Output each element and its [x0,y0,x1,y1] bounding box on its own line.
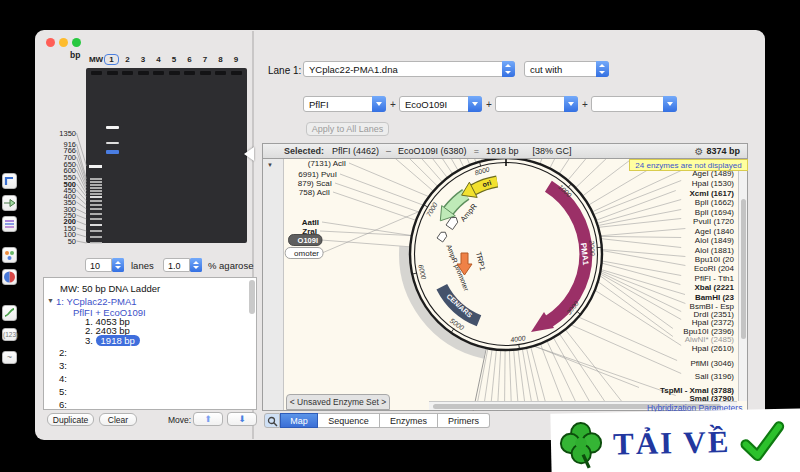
collapse-left-arrow-icon[interactable] [244,147,254,161]
stepper-up-icon[interactable] [115,261,121,264]
minimize-window-button[interactable] [59,38,68,47]
enzyme-site-label[interactable]: HpaI (2610) [692,344,735,353]
enzyme-site-label[interactable]: 6991) PvuI [298,170,337,179]
show-enzymes-button[interactable] [2,216,17,232]
lane1-band-1[interactable] [106,126,119,129]
enzyme-site-label[interactable]: BplI (1662) [695,198,734,207]
enzyme1-dropdown-icon[interactable] [372,96,386,112]
stepper-down-icon[interactable] [193,266,199,269]
fragment-row[interactable]: 3. 1918 bp [85,335,140,346]
enzyme-site-label[interactable]: PflFI - Tth1 [695,274,735,283]
enzyme1-select[interactable]: PflFI [303,96,386,112]
enzyme-site-label[interactable]: Bpu10I (20 [695,255,735,264]
gel-image[interactable] [86,68,247,243]
enzyme-site-label[interactable]: AloI (1881) [695,246,734,255]
choose-enzymes-button[interactable] [2,173,17,189]
download-watermark[interactable]: TẢI VỀ [550,408,800,472]
enzyme-site-label[interactable]: XbaI (2221 [694,283,734,292]
mw-ladder-row[interactable]: MW: 50 bp DNA Ladder [60,283,160,294]
zoom-tool-tab[interactable] [264,413,280,428]
enzyme4-dropdown-icon[interactable] [663,96,677,112]
clear-button[interactable]: Clear [99,413,137,426]
feature-ampr-promoter-glyph[interactable] [437,230,448,242]
enzyme-site-label[interactable]: EcoRI (204 [694,264,735,273]
enzyme2-dropdown-icon[interactable] [468,96,482,112]
enzyme-site-label[interactable]: 758) AclI [299,188,330,197]
enzyme-site-label[interactable]: AgeI (1840 [695,227,735,236]
tab-sequence[interactable]: Sequence [318,413,380,428]
numbering-button[interactable]: (123) [2,328,17,341]
move-down-button[interactable]: ⬇ [227,412,257,426]
lane1-band-2[interactable] [106,142,119,144]
enzyme3-select[interactable] [495,96,578,112]
zoom-window-button[interactable] [72,38,81,47]
agarose-stepper[interactable] [190,258,202,272]
strip-disclosure-icon[interactable]: ▼ [267,162,273,168]
move-up-button[interactable]: ⬆ [193,412,223,426]
selection-enzyme1: PflFI (4462) [332,146,379,156]
show-features-button[interactable] [2,247,17,263]
enzyme-site-label[interactable]: XcmI (1617) [690,189,735,198]
enzyme-site-label[interactable]: AatII [302,218,319,227]
move-label: Move: [168,415,191,425]
enzyme-site-label[interactable]: 879) ScaI [298,179,332,188]
cut-with-select[interactable]: cut with [524,61,609,77]
enzyme-site-label[interactable]: PflMI (3046) [690,359,734,368]
cut-with-stepper[interactable] [596,61,609,77]
map-vertical-scrollbar[interactable] [738,159,747,401]
mw-band [90,224,102,226]
enzyme-site-label[interactable]: BamHI (23 [695,293,735,302]
show-orfs-button[interactable] [2,195,17,211]
enzyme-site-label[interactable]: SalI (3196) [695,372,734,381]
gear-icon[interactable]: ⚙ [695,146,704,157]
empty-lane-row[interactable]: 4: [59,373,67,384]
vertical-scrollbar-thumb[interactable] [741,199,746,339]
file-select-stepper[interactable] [502,61,515,77]
lane-header-1[interactable]: 1 [104,54,119,65]
enzyme2-select[interactable]: EcoO109I [399,96,482,112]
tab-map[interactable]: Map [280,413,318,428]
close-window-button[interactable] [46,38,55,47]
lanes-count-input[interactable]: 10 [85,258,112,272]
plasmid-map[interactable]: PMA1 CEN/ARS AmpR ori AmpR promoter TRP1… [283,159,748,411]
fragment-size[interactable]: 1918 bp [96,335,140,346]
mw-band [90,187,102,189]
stepper-up-icon[interactable] [193,261,199,264]
list-scrollbar-thumb[interactable] [249,280,255,314]
empty-lane-row[interactable]: 5: [59,386,67,397]
map-cut-line [593,171,682,212]
mw-band [90,218,102,220]
lane-contents-list[interactable]: MW: 50 bp DNA Ladder ▼ 1: YCplac22-PMA1 … [43,277,257,410]
tab-enzymes[interactable]: Enzymes [380,413,438,428]
lane-header-MW[interactable]: MW [87,55,105,64]
show-translations-button[interactable] [2,305,17,321]
enzyme-site-label[interactable]: AlwNI* (2485) [685,335,735,344]
show-primers-button[interactable] [2,269,17,285]
lane1-band-3[interactable] [106,150,119,154]
stepper-down-icon[interactable] [115,266,121,269]
enzyme-site-label[interactable]: omoter [294,249,319,258]
empty-lane-row[interactable]: 6: [59,399,67,410]
enzyme3-dropdown-icon[interactable] [564,96,578,112]
lane1-title-row[interactable]: 1: YCplac22-PMA1 [56,296,137,307]
disclosure-triangle-icon[interactable]: ▼ [47,297,54,304]
enzyme-site-label[interactable]: HpaI (1530) [692,179,735,188]
wrap-button[interactable]: ~ [2,351,17,364]
enzyme-site-label[interactable]: O109I [298,236,318,245]
agarose-input[interactable]: 1.0 [163,258,190,272]
lane-header-9[interactable]: 9 [227,55,245,64]
enzyme4-select[interactable] [591,96,677,112]
tab-primers[interactable]: Primers [438,413,490,428]
enzyme-site-label[interactable]: (7131) AclI [308,159,346,168]
lanes-stepper[interactable] [112,258,124,272]
duplicate-button[interactable]: Duplicate [47,413,94,426]
enzyme-site-label[interactable]: AloI (1849) [695,236,734,245]
enzyme-site-label[interactable]: BplI (1694) [695,208,734,217]
unsaved-enzyme-set-tab[interactable]: < Unsaved Enzyme Set > [286,394,390,410]
apply-to-all-lanes-button[interactable]: Apply to All Lanes [306,122,389,136]
empty-lane-row[interactable]: 3: [59,360,67,371]
enzyme-site-label[interactable]: HpaI (2372) [692,318,735,327]
enzyme-site-label[interactable]: PvuII (1720 [693,217,734,226]
empty-lane-row[interactable]: 2: [59,347,67,358]
lane1-file-select[interactable]: YCplac22-PMA1.dna [303,61,515,77]
